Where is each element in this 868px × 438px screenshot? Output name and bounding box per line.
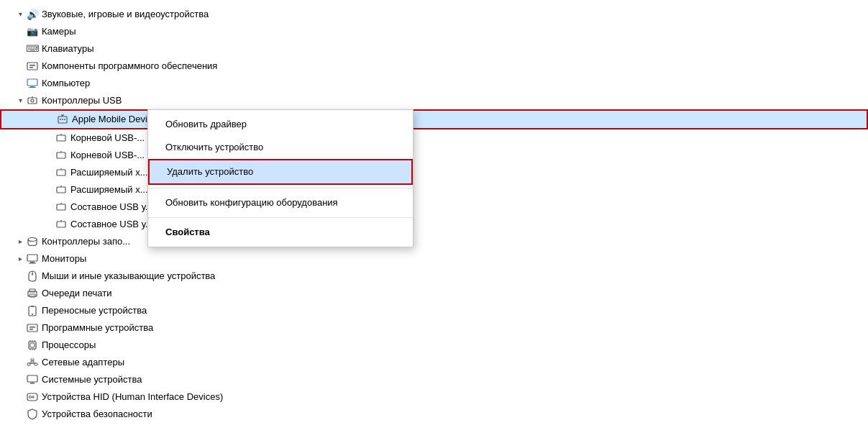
network-icon: [26, 356, 39, 369]
tree-item-root-hub-1[interactable]: Корневой USB-...: [0, 129, 868, 147]
tree-item-monitors[interactable]: Мониторы: [0, 250, 868, 268]
tree-item-computer[interactable]: Компьютер: [0, 75, 868, 92]
svg-point-12: [60, 119, 61, 120]
print-icon: [26, 287, 39, 300]
tree-item-extendable-1[interactable]: Расширяемый х...: [0, 164, 868, 181]
tree-item-apple-device[interactable]: Apple Mobile Device USB Driver: [0, 109, 868, 129]
tree-item-composite-2[interactable]: Составное USB у...: [0, 216, 868, 233]
context-menu-disable-device[interactable]: Отключить устройство: [148, 136, 413, 159]
expand-arrow-monitors[interactable]: [14, 253, 26, 265]
apple-usb-icon: [56, 113, 69, 126]
expand-arrow-computer[interactable]: [14, 78, 26, 89]
expand-arrow-hid[interactable]: [14, 391, 26, 403]
svg-point-27: [28, 238, 37, 242]
expand-arrow-comp2[interactable]: [43, 219, 55, 230]
processors-icon: [26, 339, 39, 352]
tree-item-extendable-2[interactable]: Расширяемый х...: [0, 181, 868, 199]
tree-item-keyboards[interactable]: ⌨ Клавиатуры: [0, 40, 868, 58]
tree-item-usb-controllers[interactable]: Контроллеры USB: [0, 92, 868, 109]
portable-icon: [26, 304, 39, 317]
expand-arrow-network[interactable]: [14, 357, 26, 368]
context-menu-separator-2: [148, 217, 413, 218]
svg-rect-29: [30, 262, 35, 263]
svg-point-7: [31, 99, 34, 102]
expand-arrow-processors[interactable]: [14, 339, 26, 351]
tree-item-cameras[interactable]: 📷 Камеры: [0, 23, 868, 40]
svg-rect-17: [57, 152, 65, 158]
svg-point-60: [29, 396, 32, 398]
software-label: Компоненты программного обеспечения: [42, 59, 865, 73]
expand-arrow-ext1[interactable]: [43, 167, 55, 178]
svg-rect-6: [28, 98, 37, 104]
expand-arrow-security[interactable]: [14, 409, 26, 420]
software-dev-icon: [26, 321, 39, 334]
expand-arrow-apple: [45, 114, 56, 125]
print-queues-label: Очереди печати: [42, 286, 865, 301]
svg-rect-30: [29, 263, 36, 264]
context-menu-properties[interactable]: Свойства: [148, 221, 413, 244]
expand-arrow-software[interactable]: [14, 60, 26, 72]
tree-item-storage[interactable]: Контроллеры запо...: [0, 233, 868, 250]
context-menu-separator-1: [148, 188, 413, 188]
tree-item-root-hub-2[interactable]: Корневой USB-...: [0, 147, 868, 164]
expand-arrow-storage[interactable]: [14, 236, 26, 247]
keyboard-icon: ⌨: [26, 42, 39, 55]
security-label: Устройства безопасности: [42, 407, 865, 421]
monitors-label: Мониторы: [42, 252, 865, 266]
svg-rect-19: [57, 170, 65, 175]
tree-item-software[interactable]: Компоненты программного обеспечения: [0, 58, 868, 75]
tree-item-processors[interactable]: Процессоры: [0, 337, 868, 354]
device-manager: 🔊 Звуковые, игровые и видеоустройства 📷 …: [0, 0, 868, 438]
expand-arrow-mice[interactable]: [14, 270, 26, 282]
portable-label: Переносные устройства: [42, 304, 865, 318]
svg-point-13: [62, 119, 63, 120]
svg-rect-41: [29, 329, 33, 330]
tree-item-security[interactable]: Устройства безопасности: [0, 406, 868, 423]
expand-arrow-softwaredev[interactable]: [14, 322, 26, 334]
storage-icon: [26, 235, 39, 248]
software-dev-label: Программные устройства: [42, 321, 865, 335]
extendable-2-icon: [55, 183, 68, 196]
extendable-1-icon: [55, 166, 68, 179]
svg-rect-28: [27, 255, 37, 261]
network-label: Сетевые адаптеры: [42, 355, 865, 370]
mice-label: Мыши и иные указывающие устройства: [42, 269, 865, 283]
svg-point-37: [32, 314, 33, 315]
tree-item-hid[interactable]: Устройства HID (Human Interface Devices): [0, 388, 868, 406]
expand-arrow-keyboards[interactable]: [14, 43, 26, 55]
svg-rect-57: [27, 375, 37, 382]
expand-arrow-cameras[interactable]: [14, 26, 26, 37]
svg-rect-58: [30, 383, 35, 384]
root-hub-1-icon: [55, 132, 68, 145]
tree-item-mice[interactable]: Мыши и иные указывающие устройства: [0, 268, 868, 285]
expand-arrow-ext2[interactable]: [43, 184, 55, 196]
hid-label: Устройства HID (Human Interface Devices): [42, 390, 865, 404]
computer-label: Компьютер: [42, 76, 865, 91]
context-menu-update-driver[interactable]: Обновить драйвер: [148, 113, 413, 136]
tree-item-print-queues[interactable]: Очереди печати: [0, 285, 868, 302]
context-menu-scan-hardware[interactable]: Обновить конфигурацию оборудования: [148, 191, 413, 214]
expand-arrow-usb[interactable]: [14, 95, 26, 106]
svg-rect-2: [29, 67, 33, 68]
context-menu-uninstall-device[interactable]: Удалить устройство: [148, 159, 413, 185]
composite-1-icon: [55, 201, 68, 214]
expand-arrow-systemdev[interactable]: [14, 374, 26, 385]
tree-item-composite-1[interactable]: Составное USB у...: [0, 199, 868, 216]
expand-arrow-portable[interactable]: [14, 305, 26, 316]
tree-item-software-dev[interactable]: Программные устройства: [0, 319, 868, 337]
expand-arrow-comp1[interactable]: [43, 201, 55, 213]
tree-item-sound[interactable]: 🔊 Звуковые, игровые и видеоустройства: [0, 6, 868, 23]
svg-point-14: [64, 119, 65, 120]
expand-arrow-root2[interactable]: [43, 150, 55, 161]
context-menu: Обновить драйвер Отключить устройство Уд…: [147, 109, 414, 247]
expand-arrow-sound[interactable]: [14, 9, 26, 20]
svg-rect-1: [29, 65, 35, 66]
tree-item-portable[interactable]: Переносные устройства: [0, 302, 868, 319]
tree-item-network[interactable]: Сетевые адаптеры: [0, 354, 868, 371]
sound-label: Звуковые, игровые и видеоустройства: [42, 7, 865, 22]
expand-arrow-root1[interactable]: [43, 132, 55, 144]
expand-arrow-print[interactable]: [14, 288, 26, 299]
tree-item-system-dev[interactable]: Системные устройства: [0, 371, 868, 388]
svg-rect-40: [29, 327, 35, 328]
computer-icon: [26, 77, 39, 90]
